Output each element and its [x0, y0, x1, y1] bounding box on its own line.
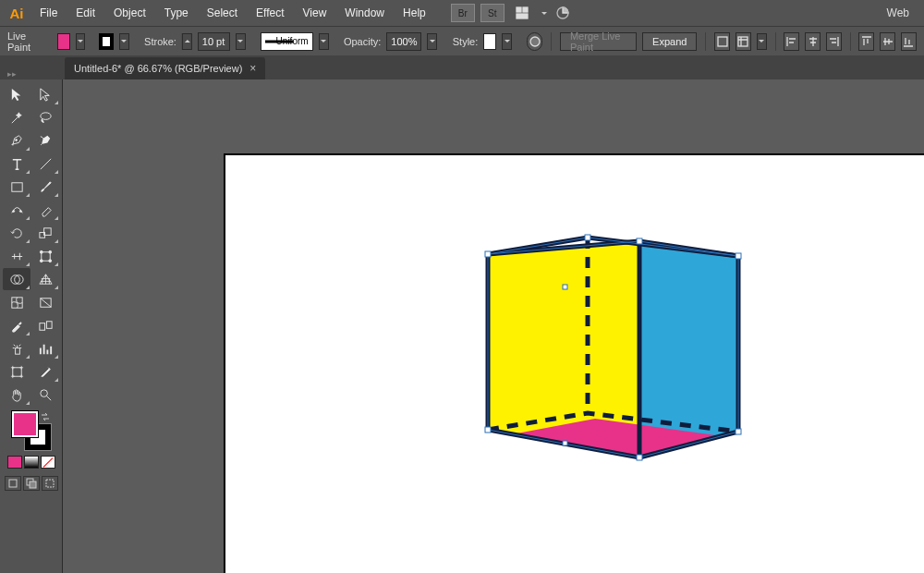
arrange-documents-button[interactable] — [508, 4, 536, 22]
stock-button[interactable]: St — [480, 4, 505, 22]
workspace-switcher[interactable]: Web — [876, 2, 920, 24]
stroke-dropdown[interactable] — [119, 33, 129, 50]
color-mode-none[interactable] — [41, 456, 55, 469]
svg-rect-35 — [637, 455, 642, 460]
swap-fill-stroke-icon[interactable] — [40, 411, 51, 422]
type-tool[interactable] — [3, 152, 30, 175]
merge-live-paint-button: Merge Live Paint — [560, 32, 637, 51]
draw-inside-button[interactable] — [42, 476, 58, 491]
pen-tool[interactable] — [3, 129, 30, 152]
align-center-button[interactable] — [805, 32, 821, 51]
fill-stroke-control[interactable] — [12, 411, 51, 450]
bridge-button[interactable]: Br — [451, 4, 475, 22]
perspective-grid-tool[interactable] — [31, 268, 59, 290]
column-graph-tool[interactable] — [31, 337, 59, 360]
draw-mode-row — [5, 476, 58, 491]
arrange-documents-dropdown[interactable] — [538, 5, 551, 21]
menu-effect[interactable]: Effect — [248, 2, 292, 24]
draw-normal-button[interactable] — [5, 476, 21, 491]
gpu-preview-icon[interactable] — [553, 4, 573, 22]
svg-rect-32 — [485, 251, 491, 257]
paintbrush-tool[interactable] — [31, 176, 59, 198]
zoom-tool[interactable] — [31, 384, 59, 406]
svg-point-17 — [40, 259, 43, 262]
variable-width-profile[interactable]: Uniform — [261, 32, 312, 51]
recolor-artwork-button[interactable] — [527, 32, 542, 51]
width-tool[interactable] — [3, 245, 30, 267]
style-swatch[interactable] — [483, 33, 496, 50]
menu-window[interactable]: Window — [336, 2, 393, 24]
align-left-button[interactable] — [784, 32, 799, 51]
align-right-button[interactable] — [826, 32, 842, 51]
hand-tool[interactable] — [3, 384, 30, 406]
menu-edit[interactable]: Edit — [67, 2, 103, 24]
opacity-label: Opacity: — [344, 36, 381, 47]
curvature-tool[interactable] — [31, 129, 59, 152]
shape-builder-tool[interactable] — [3, 268, 30, 290]
panel-handle[interactable]: ▸▸ — [4, 68, 59, 79]
mesh-tool[interactable] — [3, 291, 30, 313]
svg-rect-30 — [30, 482, 36, 488]
svg-rect-33 — [485, 427, 491, 433]
selection-tool[interactable] — [3, 83, 30, 105]
free-transform-tool[interactable] — [31, 245, 59, 267]
align-bottom-button[interactable] — [901, 32, 917, 51]
menu-file[interactable]: File — [31, 2, 66, 24]
menu-select[interactable]: Select — [199, 2, 246, 24]
lasso-tool[interactable] — [31, 106, 59, 128]
scale-tool[interactable] — [31, 222, 59, 244]
svg-point-4 — [530, 37, 540, 46]
align-dropdown[interactable] — [757, 33, 767, 50]
opacity-dropdown[interactable] — [427, 33, 437, 50]
draw-behind-button[interactable] — [23, 476, 40, 491]
style-dropdown[interactable] — [502, 33, 512, 50]
svg-rect-36 — [736, 253, 741, 259]
shaper-tool[interactable] — [3, 199, 30, 221]
stroke-swatch[interactable] — [99, 33, 113, 50]
fill-color-box[interactable] — [12, 411, 38, 437]
svg-point-7 — [40, 112, 50, 119]
magic-wand-tool[interactable] — [3, 106, 30, 128]
close-tab-button[interactable]: × — [249, 62, 256, 75]
artboard[interactable] — [224, 153, 924, 573]
align-middle-button[interactable] — [880, 32, 895, 51]
align-top-button[interactable] — [858, 32, 874, 51]
svg-rect-25 — [15, 347, 19, 354]
rotate-tool[interactable] — [3, 222, 30, 244]
work-area — [0, 79, 924, 573]
isolate-button[interactable] — [714, 32, 730, 51]
expand-button[interactable]: Expand — [642, 32, 697, 51]
fill-swatch[interactable] — [57, 33, 70, 50]
svg-point-11 — [19, 210, 21, 212]
slice-tool[interactable] — [31, 360, 59, 383]
svg-rect-26 — [12, 367, 20, 375]
menu-help[interactable]: Help — [395, 2, 434, 24]
svg-rect-28 — [9, 480, 17, 487]
menu-view[interactable]: View — [295, 2, 335, 24]
edit-clipping-button[interactable] — [736, 32, 751, 51]
menu-object[interactable]: Object — [105, 2, 154, 24]
svg-rect-1 — [523, 7, 528, 12]
symbol-sprayer-tool[interactable] — [3, 337, 30, 360]
tools-panel — [0, 79, 63, 573]
gradient-tool[interactable] — [31, 291, 59, 313]
document-tab[interactable]: Untitled-6* @ 66.67% (RGB/Preview) × — [65, 57, 265, 79]
artboard-tool[interactable] — [3, 360, 30, 383]
eraser-tool[interactable] — [31, 199, 59, 221]
cube-artwork[interactable] — [473, 225, 769, 502]
stroke-decrement[interactable] — [182, 33, 192, 50]
opacity-field[interactable]: 100% — [386, 32, 421, 51]
eyedropper-tool[interactable] — [3, 314, 30, 336]
color-mode-gradient[interactable] — [24, 456, 39, 469]
blend-tool[interactable] — [31, 314, 59, 336]
menu-type[interactable]: Type — [156, 2, 197, 24]
canvas-area[interactable] — [63, 79, 924, 573]
stroke-weight-dropdown[interactable] — [236, 33, 246, 50]
stroke-weight-field[interactable]: 10 pt — [198, 32, 230, 51]
color-mode-solid[interactable] — [7, 456, 22, 469]
direct-selection-tool[interactable] — [31, 83, 59, 105]
rectangle-tool[interactable] — [3, 176, 30, 198]
line-segment-tool[interactable] — [31, 152, 59, 175]
profile-dropdown[interactable] — [319, 33, 329, 50]
fill-dropdown[interactable] — [76, 33, 86, 50]
